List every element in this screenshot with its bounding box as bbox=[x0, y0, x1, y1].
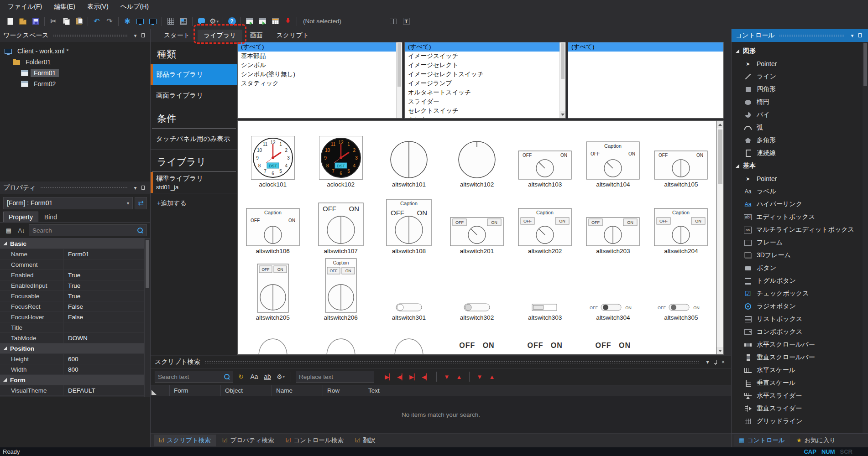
control-item[interactable]: コンボボックス bbox=[732, 326, 863, 338]
library-part-altswitch305[interactable]: OFFONaltswitch305 bbox=[647, 256, 715, 322]
library-part-cut[interactable] bbox=[647, 322, 715, 355]
library-part-altswitch204[interactable]: CaptionOFFONaltswitch204 bbox=[647, 189, 715, 256]
property-search-box[interactable] bbox=[29, 224, 147, 236]
list-option[interactable]: オルタネートスイッチ bbox=[405, 88, 559, 97]
monitor-preview-2-button[interactable] bbox=[147, 16, 159, 27]
control-item[interactable]: 水平スクロールバー bbox=[732, 338, 863, 351]
library-part-altswitch203[interactable]: OFFONaltswitch203 bbox=[579, 189, 647, 256]
chevron-down-icon[interactable]: ▾ bbox=[848, 32, 856, 39]
scrollbar-thumb[interactable] bbox=[718, 130, 722, 184]
control-item[interactable]: abマルチラインエディットボックス bbox=[732, 223, 863, 236]
list-option[interactable]: セレクトスイッチ bbox=[405, 106, 559, 115]
column-header[interactable]: Name bbox=[272, 385, 323, 396]
list-option[interactable]: シンボル bbox=[238, 61, 396, 70]
library-part-altswitch202[interactable]: CaptionOFFONaltswitch202 bbox=[511, 189, 579, 256]
control-item[interactable]: ライン bbox=[732, 70, 863, 83]
save-button[interactable] bbox=[30, 16, 42, 27]
control-item[interactable]: グリッドライン bbox=[732, 415, 863, 428]
scroll-up-button[interactable] bbox=[716, 121, 723, 128]
control-item[interactable]: 四角形 bbox=[732, 83, 863, 96]
property-row[interactable]: Height600 bbox=[0, 354, 144, 364]
paste-button[interactable] bbox=[73, 16, 85, 27]
control-item[interactable]: ラジオボタン bbox=[732, 300, 863, 313]
property-row[interactable]: FocusRectFalse bbox=[0, 301, 144, 312]
list-option[interactable]: (すべて) bbox=[568, 42, 723, 52]
match-case-button[interactable]: Aa bbox=[249, 371, 260, 382]
text-tool-button[interactable]: T bbox=[400, 16, 412, 27]
menu-item[interactable]: 表示(V) bbox=[81, 0, 115, 14]
chevron-down-icon[interactable]: ▾ bbox=[704, 359, 711, 365]
library-part-altswitch106[interactable]: CaptionOFFONaltswitch106 bbox=[239, 189, 307, 256]
tree-item[interactable]: Form01 bbox=[0, 67, 150, 78]
property-grid-scrollbar[interactable] bbox=[144, 238, 150, 397]
undo-button[interactable]: ↶ bbox=[91, 16, 103, 27]
control-item[interactable]: 弧 bbox=[732, 121, 863, 134]
property-row[interactable]: EnabledInputTrue bbox=[0, 280, 144, 291]
control-item[interactable]: 垂直スライダー bbox=[732, 402, 863, 415]
control-item[interactable]: ☑チェックボックス bbox=[732, 287, 863, 300]
library-kind-item[interactable]: 部品ライブラリ bbox=[151, 64, 237, 85]
control-item[interactable]: 垂直スケール bbox=[732, 377, 863, 389]
grid-snap-button[interactable] bbox=[165, 16, 177, 27]
object-selector-combo[interactable]: [Form] : Form01 ▾ bbox=[3, 197, 133, 209]
sync-selection-button[interactable]: ⇄ bbox=[135, 197, 147, 209]
search-icon[interactable] bbox=[224, 374, 230, 380]
match-word-button[interactable]: ab bbox=[262, 371, 273, 382]
control-item[interactable]: リストボックス bbox=[732, 313, 863, 326]
library-part-altswitch103[interactable]: OFFONaltswitch103 bbox=[511, 123, 579, 189]
document-tab[interactable]: スクリプト bbox=[271, 30, 315, 41]
library-part-aclock101[interactable]: 123456789101112DSTaclock101 bbox=[239, 123, 307, 189]
search-icon[interactable] bbox=[137, 228, 143, 233]
search-text-box[interactable] bbox=[155, 371, 233, 383]
add-library-button[interactable]: +追加する bbox=[151, 193, 237, 213]
pin-icon[interactable] bbox=[713, 359, 718, 365]
library-part-altswitch104[interactable]: CaptionOFFONaltswitch104 bbox=[579, 123, 647, 189]
list-option[interactable]: タンク bbox=[405, 115, 559, 118]
bottom-panel-tab[interactable]: ☑スクリプト検索 bbox=[154, 435, 216, 446]
list-option[interactable]: スライダー bbox=[405, 97, 559, 106]
close-icon[interactable]: × bbox=[719, 359, 727, 365]
library-part-altswitch205[interactable]: OFFONaltswitch205 bbox=[239, 256, 307, 322]
grid-window-button[interactable] bbox=[178, 16, 189, 27]
column-header[interactable]: Text bbox=[364, 385, 731, 396]
control-item[interactable]: Aaラベル bbox=[732, 185, 863, 198]
library-part-altswitch108[interactable]: CaptionOFFONaltswitch108 bbox=[375, 189, 443, 256]
control-item[interactable]: トグルボタン bbox=[732, 275, 863, 287]
data-table-view-button[interactable] bbox=[269, 16, 281, 27]
library-source-item[interactable]: 標準ライブラリstd01_ja bbox=[151, 172, 237, 193]
library-part-cut[interactable] bbox=[307, 322, 375, 355]
property-category[interactable]: Position bbox=[0, 343, 144, 354]
chevron-down-icon[interactable]: ▾ bbox=[131, 185, 139, 191]
library-part-altswitch101[interactable]: altswitch101 bbox=[375, 123, 443, 189]
tree-item[interactable]: Form02 bbox=[0, 78, 150, 89]
list-option[interactable]: イメージセレクト bbox=[405, 61, 559, 70]
library-part-altswitch105[interactable]: OFFONaltswitch105 bbox=[647, 123, 715, 189]
library-part-cut[interactable]: OFF ON bbox=[511, 322, 579, 355]
control-item[interactable]: 水平スケール bbox=[732, 364, 863, 377]
panel-tab[interactable]: ▦コントロール bbox=[734, 435, 790, 446]
property-row[interactable]: TabModeDOWN bbox=[0, 333, 144, 343]
document-tab[interactable]: 画面 bbox=[244, 30, 269, 41]
categorized-view-button[interactable]: ▤ bbox=[3, 225, 14, 236]
scrollbar-thumb[interactable] bbox=[561, 43, 565, 79]
list-option[interactable]: (すべて) bbox=[238, 42, 396, 52]
library-part-cut[interactable]: OFF ON bbox=[443, 322, 511, 355]
property-row[interactable]: Title bbox=[0, 322, 144, 333]
scrollbar-thumb[interactable] bbox=[397, 43, 401, 87]
replace-next-button[interactable]: ▶▏ bbox=[408, 371, 419, 382]
property-category[interactable]: Basic bbox=[0, 238, 144, 249]
transfer-from-panel-button[interactable] bbox=[256, 16, 268, 27]
move-up-button[interactable]: ▲ bbox=[486, 371, 497, 382]
alphabetical-sort-button[interactable]: A↓ bbox=[16, 225, 27, 236]
document-tab[interactable]: スタート bbox=[158, 30, 196, 41]
property-category[interactable]: Form bbox=[0, 375, 144, 385]
open-file-button[interactable] bbox=[17, 16, 29, 27]
property-row[interactable]: EnabledTrue bbox=[0, 270, 144, 280]
cut-button[interactable]: ✂ bbox=[47, 16, 59, 27]
library-condition-item[interactable]: タッチパネル用のみ表示 bbox=[151, 129, 237, 150]
category-list-scrollbar[interactable] bbox=[396, 42, 402, 118]
monitor-preview-button[interactable] bbox=[134, 16, 146, 27]
document-tab[interactable]: ライブラリ bbox=[198, 30, 242, 41]
control-item[interactable]: フレーム bbox=[732, 236, 863, 249]
property-row[interactable]: NameForm01 bbox=[0, 249, 144, 259]
